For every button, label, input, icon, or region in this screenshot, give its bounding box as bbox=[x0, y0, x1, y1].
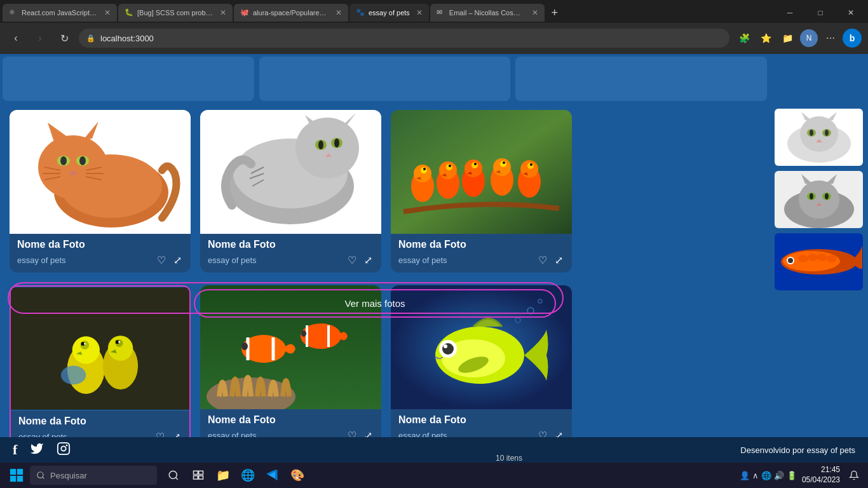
svg-rect-126 bbox=[10, 476, 15, 482]
refresh-button[interactable]: ↻ bbox=[55, 29, 74, 48]
photo-grid-area: Nome da Foto essay of pets ♡ ⤢ bbox=[0, 104, 868, 437]
tab-close-alura[interactable]: ✕ bbox=[336, 8, 342, 17]
svg-point-28 bbox=[318, 140, 323, 149]
back-button[interactable]: ‹ bbox=[6, 29, 25, 48]
tab-bug[interactable]: 🐛 [Bug] SCSS com problemas | ✕ bbox=[118, 4, 233, 22]
minimize-button[interactable]: ─ bbox=[775, 4, 804, 22]
tab-essay[interactable]: 🐾 essay of pets ✕ bbox=[349, 4, 429, 22]
svg-point-110 bbox=[825, 193, 829, 200]
expand-button-3[interactable]: ⤢ bbox=[553, 253, 564, 268]
collections-icon[interactable]: 📁 bbox=[778, 29, 797, 48]
like-button-6[interactable]: ♡ bbox=[537, 428, 548, 437]
profile-icon[interactable]: N bbox=[799, 29, 818, 48]
svg-rect-131 bbox=[198, 471, 203, 474]
tab-react[interactable]: ⚛ React.com JavaScript: lidand... ✕ bbox=[3, 4, 117, 22]
photo-actions-2: ♡ ⤢ bbox=[346, 253, 374, 268]
status-bar-text: 10 itens bbox=[496, 454, 522, 463]
photo-image-1 bbox=[10, 110, 191, 234]
notification-button[interactable] bbox=[845, 466, 863, 484]
taskbar-search-bar[interactable]: Pesquisar bbox=[30, 466, 157, 485]
expand-button-6[interactable]: ⤢ bbox=[553, 428, 564, 437]
svg-point-123 bbox=[66, 444, 68, 446]
tray-battery-icon[interactable]: 🔋 bbox=[787, 471, 797, 480]
tab-alura[interactable]: 🐙 alura-space/Populares.modu... ✕ bbox=[234, 4, 348, 22]
svg-rect-132 bbox=[193, 476, 198, 479]
tab-close-bug[interactable]: ✕ bbox=[220, 8, 226, 17]
taskbar-tray: 👤 ∧ 🌐 🔊 🔋 bbox=[740, 471, 797, 480]
photo-grid-row2: Nome da Foto essay of pets ♡ ⤢ bbox=[0, 279, 868, 437]
tab-close-react[interactable]: ✕ bbox=[104, 8, 111, 17]
footer: f Desenvolvido por essay of pets bbox=[0, 437, 868, 463]
tray-people-icon[interactable]: 👤 bbox=[740, 471, 750, 480]
expand-button-5[interactable]: ⤢ bbox=[363, 428, 374, 437]
photo-meta-2: essay of pets ♡ ⤢ bbox=[208, 253, 374, 268]
url-text: localhost:3000 bbox=[100, 34, 154, 43]
svg-point-29 bbox=[334, 139, 339, 147]
expand-button-4[interactable]: ⤢ bbox=[171, 430, 182, 437]
photo-actions-3: ♡ ⤢ bbox=[537, 253, 564, 268]
main-content: Nome da Foto essay of pets ♡ ⤢ bbox=[0, 54, 868, 437]
bing-icon[interactable]: b bbox=[843, 29, 862, 48]
tab-favicon-email: ✉ bbox=[437, 8, 445, 17]
svg-point-40 bbox=[449, 165, 451, 167]
like-button-2[interactable]: ♡ bbox=[346, 253, 358, 268]
svg-rect-130 bbox=[193, 471, 198, 474]
svg-point-100 bbox=[825, 130, 829, 136]
svg-point-20 bbox=[295, 118, 359, 179]
tray-sound-icon[interactable]: 🔊 bbox=[774, 471, 784, 480]
top-card-1 bbox=[3, 57, 254, 101]
favorites-icon[interactable]: ⭐ bbox=[756, 29, 775, 48]
taskbar-paint-icon[interactable]: 🎨 bbox=[286, 464, 308, 487]
photo-meta-6: essay of pets ♡ ⤢ bbox=[398, 428, 564, 437]
taskbar-edge-icon[interactable]: 🌐 bbox=[236, 464, 259, 487]
svg-point-128 bbox=[37, 472, 43, 478]
like-button-1[interactable]: ♡ bbox=[156, 253, 167, 268]
expand-button-1[interactable]: ⤢ bbox=[172, 253, 183, 268]
tab-favicon-react: ⚛ bbox=[9, 8, 18, 17]
instagram-icon[interactable] bbox=[57, 442, 71, 459]
tray-network-icon[interactable]: 🌐 bbox=[761, 471, 771, 480]
photo-author-6: essay of pets bbox=[398, 431, 447, 437]
photo-meta-3: essay of pets ♡ ⤢ bbox=[398, 253, 564, 268]
tray-chevron-icon[interactable]: ∧ bbox=[752, 471, 759, 480]
top-card-2 bbox=[259, 57, 511, 101]
sidebar-thumb-3 bbox=[775, 233, 863, 290]
taskbar-clock[interactable]: 21:45 05/04/2023 bbox=[802, 465, 840, 485]
url-bar[interactable]: 🔒 localhost:3000 bbox=[79, 29, 729, 48]
new-tab-button[interactable]: + bbox=[546, 4, 564, 22]
window-controls: ─ □ ✕ bbox=[775, 4, 865, 22]
taskbar-files-icon[interactable]: 📁 bbox=[212, 464, 234, 487]
like-button-5[interactable]: ♡ bbox=[346, 428, 358, 437]
photo-meta-4: essay of pets ♡ ⤢ bbox=[18, 430, 182, 437]
taskbar-search-icon[interactable] bbox=[162, 464, 184, 487]
svg-point-53 bbox=[520, 160, 538, 178]
photo-image-4 bbox=[11, 287, 189, 410]
svg-point-115 bbox=[798, 255, 808, 262]
forward-button[interactable]: › bbox=[31, 29, 50, 48]
svg-point-104 bbox=[799, 180, 839, 219]
svg-point-33 bbox=[414, 165, 431, 182]
close-button[interactable]: ✕ bbox=[836, 4, 865, 22]
start-button[interactable] bbox=[5, 464, 27, 487]
like-button-4[interactable]: ♡ bbox=[154, 430, 166, 437]
ver-mais-button[interactable]: Ver mais fotos bbox=[194, 289, 556, 318]
photo-author-2: essay of pets bbox=[208, 255, 257, 265]
tab-email[interactable]: ✉ Email – Nicollas Cosmo – Out... ✕ bbox=[430, 4, 545, 22]
facebook-icon[interactable]: f bbox=[13, 442, 17, 458]
expand-button-2[interactable]: ⤢ bbox=[363, 253, 374, 268]
svg-point-45 bbox=[474, 163, 477, 165]
tab-close-email[interactable]: ✕ bbox=[532, 8, 538, 17]
svg-rect-58 bbox=[11, 287, 189, 409]
taskbar-taskview-icon[interactable] bbox=[187, 464, 209, 487]
tab-close-essay[interactable]: ✕ bbox=[416, 8, 423, 17]
more-button[interactable]: ⋯ bbox=[821, 29, 840, 48]
like-button-3[interactable]: ♡ bbox=[537, 253, 548, 268]
photo-title-6: Nome da Foto bbox=[398, 414, 564, 426]
twitter-icon[interactable] bbox=[30, 442, 44, 459]
svg-point-35 bbox=[423, 168, 426, 170]
taskbar-vscode-icon[interactable] bbox=[261, 464, 283, 487]
extensions-icon[interactable]: 🧩 bbox=[735, 29, 754, 48]
maximize-button[interactable]: □ bbox=[806, 4, 835, 22]
tab-bar: ⚛ React.com JavaScript: lidand... ✕ 🐛 [B… bbox=[0, 0, 868, 23]
svg-point-14 bbox=[60, 156, 67, 165]
